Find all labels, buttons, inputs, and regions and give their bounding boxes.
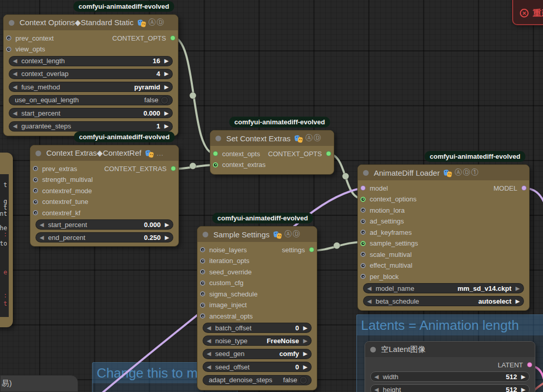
decrement-arrow[interactable]: ◀ [374, 387, 378, 392]
collapse-dot[interactable] [370, 347, 376, 352]
decrement-arrow[interactable]: ◀ [207, 325, 211, 331]
input-slot-context_opts[interactable] [213, 151, 218, 156]
circle-x-icon[interactable]: × [520, 9, 529, 17]
input-slot-context_options[interactable] [360, 197, 366, 202]
widget-context_overlap[interactable]: ◀context_overlap4▶ [9, 69, 173, 79]
node-context-options[interactable]: Context Options◆Standard StaticⒶⒹprev_co… [3, 14, 178, 136]
input-slot-effect_multival[interactable] [360, 263, 366, 268]
decrement-arrow[interactable]: ◀ [207, 351, 211, 357]
widget-adapt_denoise_steps[interactable]: adapt_denoise_stepsfalse [203, 375, 312, 385]
collapse-dot[interactable] [215, 136, 221, 141]
node-collapsed-partial[interactable]: 易) [0, 375, 78, 392]
decrement-arrow[interactable]: ◀ [13, 84, 17, 90]
collapse-dot[interactable] [9, 20, 14, 26]
node-titlebar[interactable]: Context Options◆Standard StaticⒶⒹ [4, 15, 178, 30]
increment-arrow[interactable]: ▶ [165, 110, 169, 116]
output-slot-CONTEXT_OPTS[interactable] [170, 35, 175, 41]
input-slot-motion_lora[interactable] [360, 208, 366, 213]
widget-context_length[interactable]: ◀context_length16▶ [9, 56, 173, 66]
node-sample-settings[interactable]: Sample SettingsⒶⒹnoise_layerssettingsite… [197, 226, 317, 390]
input-slot-prev_context[interactable] [6, 35, 11, 41]
decrement-arrow[interactable]: ◀ [13, 110, 17, 116]
input-slot-sample_settings[interactable] [360, 241, 366, 246]
output-slot-MODEL[interactable] [521, 185, 527, 191]
decrement-arrow[interactable]: ◀ [367, 298, 371, 304]
node-titlebar[interactable]: Sample SettingsⒶⒹ [197, 227, 317, 242]
widget-height[interactable]: ◀height512▶ [370, 384, 530, 392]
increment-arrow[interactable]: ▶ [165, 123, 169, 129]
node-set-context-extras[interactable]: Set Context ExtrasⒶⒹcontext_optsCONTEXT_… [210, 130, 334, 175]
input-slot-scale_multival[interactable] [360, 252, 366, 257]
input-slot-model[interactable] [360, 185, 366, 191]
decrement-arrow[interactable]: ◀ [40, 235, 44, 240]
increment-arrow[interactable]: ▶ [521, 387, 526, 392]
widget-fuse_method[interactable]: ◀fuse_methodpyramid▶ [9, 82, 173, 92]
node-empty-latent-image[interactable]: 空Latent图像LATENT◀width512▶◀height512▶ [365, 341, 535, 392]
increment-arrow[interactable]: ▶ [303, 325, 307, 331]
increment-arrow[interactable]: ▶ [303, 338, 307, 344]
decrement-arrow[interactable]: ◀ [13, 71, 17, 77]
input-slot-contextref_mode[interactable] [33, 188, 38, 193]
output-slot-CONTEXT_EXTRAS[interactable] [171, 166, 176, 171]
input-slot-noise_layers[interactable] [200, 247, 205, 252]
input-slot-custom_cfg[interactable] [200, 281, 205, 286]
input-slot-ancestral_opts[interactable] [200, 313, 205, 319]
widget-seed_offset[interactable]: ◀seed_offset0▶ [203, 362, 312, 372]
input-slot-contextref_kf[interactable] [33, 210, 38, 215]
input-slot-seed_override[interactable] [200, 269, 205, 274]
input-slot-per_block[interactable] [360, 274, 366, 279]
graph-canvas[interactable]: Latents = Animation lengthChange this to… [0, 0, 543, 392]
node-context-extras[interactable]: Context Extras◆ContextRef…prev_extrasCON… [30, 145, 179, 247]
input-slot-sigma_schedule[interactable] [200, 291, 205, 296]
decrement-arrow[interactable]: ◀ [207, 338, 211, 344]
decrement-arrow[interactable]: ◀ [13, 58, 17, 64]
toggle-dot[interactable] [160, 96, 169, 104]
input-slot-view_opts[interactable] [6, 47, 11, 52]
collapse-dot[interactable] [203, 232, 208, 237]
output-slot-settings[interactable] [309, 247, 314, 252]
toggle-dot[interactable] [299, 376, 307, 384]
increment-arrow[interactable]: ▶ [521, 374, 526, 380]
increment-arrow[interactable]: ▶ [165, 71, 169, 77]
input-slot-ad_settings[interactable] [360, 219, 366, 224]
widget-batch_offset[interactable]: ◀batch_offset0▶ [203, 323, 312, 333]
node-titlebar[interactable]: 空Latent图像 [365, 342, 535, 357]
decrement-arrow[interactable]: ◀ [207, 364, 211, 370]
widget-model_name[interactable]: ◀model_namemm_sd_v14.ckpt▶ [363, 283, 524, 293]
widget-use_on_equal_length[interactable]: use_on_equal_lengthfalse [9, 95, 173, 105]
widget-noise_type[interactable]: ◀noise_typeFreeNoise▶ [203, 335, 312, 346]
node-titlebar[interactable]: AnimateDiff LoaderⒶⒹ① [358, 165, 529, 180]
widget-beta_schedule[interactable]: ◀beta_scheduleautoselect▶ [363, 296, 524, 306]
collapse-dot[interactable] [363, 170, 369, 176]
input-slot-strength_multival[interactable] [33, 177, 38, 182]
increment-arrow[interactable]: ▶ [165, 235, 169, 240]
widget-start_percent[interactable]: ◀start_percent0.000▶ [9, 108, 173, 118]
output-slot-CONTEXT_OPTS[interactable] [326, 151, 331, 156]
increment-arrow[interactable]: ▶ [165, 84, 169, 90]
node-titlebar[interactable]: Set Context ExtrasⒶⒹ [210, 130, 334, 146]
input-slot-context_extras[interactable] [213, 162, 218, 167]
widget-seed_gen[interactable]: ◀seed_gencomfy▶ [203, 349, 312, 359]
decrement-arrow[interactable]: ◀ [367, 286, 371, 291]
input-slot-iteration_opts[interactable] [200, 258, 205, 264]
increment-arrow[interactable]: ▶ [165, 58, 169, 64]
node-note-partial[interactable]: tgtnthe:toe:t [0, 153, 13, 327]
node-titlebar[interactable]: Context Extras◆ContextRef… [30, 145, 178, 161]
decrement-arrow[interactable]: ◀ [374, 374, 378, 380]
increment-arrow[interactable]: ▶ [516, 286, 520, 291]
input-slot-image_inject[interactable] [200, 303, 205, 308]
widget-start_percent[interactable]: ◀start_percent0.000▶ [35, 219, 173, 230]
widget-guarantee_steps[interactable]: ◀guarantee_steps1▶ [9, 121, 173, 132]
input-slot-prev_extras[interactable] [33, 166, 38, 171]
output-slot-LATENT[interactable] [527, 362, 532, 367]
increment-arrow[interactable]: ▶ [516, 298, 520, 304]
increment-arrow[interactable]: ▶ [165, 222, 169, 228]
collapse-dot[interactable] [35, 151, 41, 156]
widget-width[interactable]: ◀width512▶ [370, 371, 530, 382]
note-node-titlebar[interactable] [0, 153, 13, 168]
decrement-arrow[interactable]: ◀ [13, 123, 17, 129]
increment-arrow[interactable]: ▶ [303, 364, 307, 370]
input-slot-contextref_tune[interactable] [33, 199, 38, 204]
error-toast[interactable]: × 重新 [512, 0, 543, 25]
decrement-arrow[interactable]: ◀ [40, 222, 44, 228]
